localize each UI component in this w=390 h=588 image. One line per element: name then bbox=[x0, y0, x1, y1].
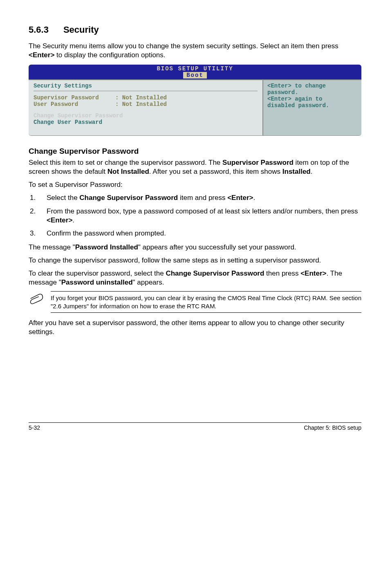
intro-paragraph: The Security menu items allow you to cha… bbox=[29, 42, 361, 60]
footer-page: 5-32 bbox=[29, 424, 40, 431]
bios-help-pane: <Enter> to change password. <Enter> agai… bbox=[263, 80, 361, 135]
step-3: Confirm the password when prompted. bbox=[38, 229, 361, 238]
bios-tab-boot: Boot bbox=[183, 72, 207, 79]
paragraph-installed-msg: The message "Password Installed" appears… bbox=[29, 243, 361, 252]
bios-row-user: User Password: Not Installed bbox=[34, 101, 258, 108]
step-2: From the password box, type a password c… bbox=[38, 207, 361, 225]
bios-row-supervisor: Supervisor Password: Not Installed bbox=[34, 94, 258, 101]
page-footer: 5-32 Chapter 5: BIOS setup bbox=[29, 422, 361, 431]
subheading-change-supervisor: Change Supervisor Password bbox=[29, 147, 361, 156]
section-title: Security bbox=[63, 25, 99, 35]
step-1: Select the Change Supervisor Password it… bbox=[38, 193, 361, 202]
paperclip-icon bbox=[29, 291, 51, 307]
bios-screenshot: BIOS SETUP UTILITY Boot Security Setting… bbox=[29, 65, 361, 135]
bios-title: BIOS SETUP UTILITY bbox=[29, 65, 361, 72]
bios-left-pane: Security Settings Supervisor Password: N… bbox=[29, 80, 263, 135]
bios-titlebar: BIOS SETUP UTILITY Boot bbox=[29, 65, 361, 79]
bios-change-supervisor: Change Supervisor Password bbox=[34, 112, 258, 119]
bios-change-user: Change User Passward bbox=[34, 119, 258, 126]
section-heading: 5.6.3Security bbox=[29, 25, 361, 35]
bios-security-settings: Security Settings bbox=[34, 83, 258, 89]
note-callout: If you forget your BIOS password, you ca… bbox=[29, 291, 361, 313]
footer-chapter: Chapter 5: BIOS setup bbox=[304, 424, 361, 431]
paragraph-after-set: After you have set a supervisor password… bbox=[29, 319, 361, 337]
section-number: 5.6.3 bbox=[29, 25, 49, 35]
paragraph-change-steps: To change the supervisor password, follo… bbox=[29, 256, 361, 265]
paragraph-to-set: To set a Supervisor Password: bbox=[29, 180, 361, 189]
paragraph-describe: Select this item to set or change the su… bbox=[29, 158, 361, 176]
note-text: If you forget your BIOS password, you ca… bbox=[51, 291, 361, 313]
paragraph-clear: To clear the supervisor password, select… bbox=[29, 269, 361, 287]
steps-list: Select the Change Supervisor Password it… bbox=[29, 193, 361, 238]
